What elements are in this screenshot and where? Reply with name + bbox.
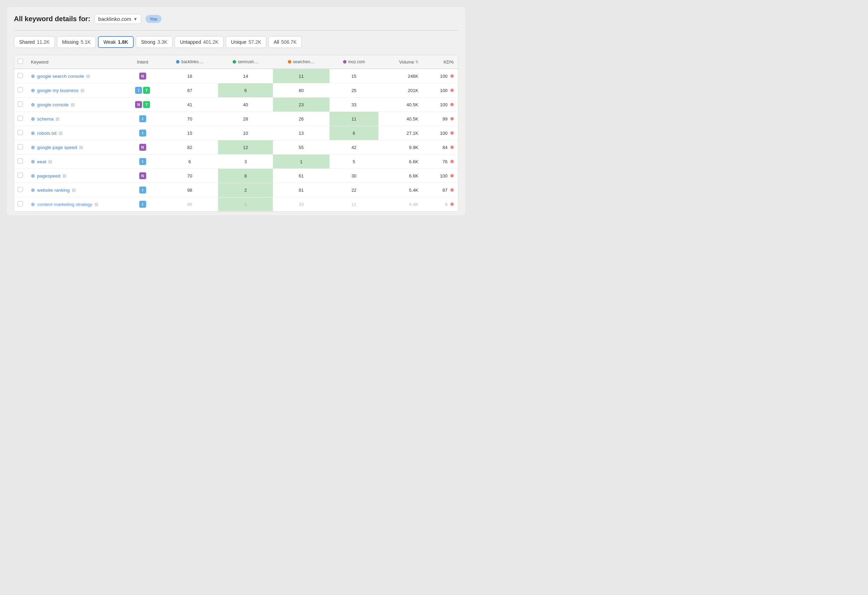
tab-untapped[interactable]: Untapped401.2K: [175, 36, 224, 48]
row-checkbox-cell: [14, 140, 27, 155]
backlinko-rank-cell: 6: [161, 155, 218, 169]
tab-missing[interactable]: Missing5.1K: [57, 36, 96, 48]
keyword-cell: ⊕ google console ▤: [27, 98, 124, 112]
semrush-rank-cell: 1: [218, 197, 273, 212]
header-checkbox-cell: [14, 55, 27, 69]
row-checkbox[interactable]: [18, 87, 23, 92]
keyword-link[interactable]: robots.txt: [37, 130, 57, 136]
keyword-link[interactable]: google page speed: [37, 145, 77, 150]
intent-cell: IT: [124, 83, 161, 98]
keyword-link[interactable]: eeat: [37, 159, 46, 164]
tab-shared[interactable]: Shared11.2K: [14, 36, 55, 48]
row-checkbox-cell: [14, 83, 27, 98]
intent-cell: N: [124, 69, 161, 83]
col-header-backlinko: backlinko....: [161, 55, 218, 69]
kd-cell: 100: [422, 169, 458, 183]
row-checkbox[interactable]: [18, 187, 23, 192]
searchengine-rank-cell: 11: [273, 69, 329, 83]
kd-value: 76: [443, 159, 447, 164]
intent-badge-I: I: [139, 201, 146, 208]
you-badge: You: [146, 15, 161, 23]
keyword-link[interactable]: google console: [37, 102, 69, 107]
table-row: ⊕ website ranking ▤ I98281225.4K87: [14, 183, 458, 197]
add-keyword-icon: ⊕: [31, 102, 35, 107]
moz-label: moz.com: [348, 59, 365, 64]
keyword-link[interactable]: content marketing strategy: [37, 202, 92, 207]
searchengine-rank-cell: 61: [273, 169, 329, 183]
row-checkbox[interactable]: [18, 201, 23, 206]
domain-selector[interactable]: backlinko.com ▼: [94, 14, 141, 24]
backlinko-rank-cell: 15: [161, 126, 218, 140]
backlinko-rank-cell: 45: [161, 197, 218, 212]
row-checkbox-cell: [14, 112, 27, 126]
volume-cell: 9.9K: [378, 140, 422, 155]
intent-cell: I: [124, 126, 161, 140]
col-header-volume[interactable]: Volume ⇅: [378, 55, 422, 69]
chevron-down-icon: ▼: [133, 17, 137, 22]
select-all-checkbox[interactable]: [18, 59, 23, 64]
intent-cell: N: [124, 140, 161, 155]
keyword-link[interactable]: google search console: [37, 74, 84, 79]
tab-weak[interactable]: Weak1.8K: [98, 36, 134, 48]
backlinko-rank-cell: 70: [161, 169, 218, 183]
tab-label-weak: Weak: [103, 39, 116, 45]
intent-badge-N: N: [139, 172, 146, 179]
semrush-rank-cell: 8: [218, 169, 273, 183]
table-row: ⊕ google my business ▤ IT8768025201K100: [14, 83, 458, 98]
volume-cell: 6.6K: [378, 155, 422, 169]
keyword-link[interactable]: website ranking: [37, 188, 70, 193]
moz-dot: [343, 60, 347, 64]
moz-rank-cell: 22: [329, 183, 378, 197]
row-checkbox[interactable]: [18, 73, 23, 78]
tab-unique[interactable]: Unique57.2K: [226, 36, 266, 48]
searchengine-dot: [288, 60, 291, 64]
kd-cell: 100: [422, 126, 458, 140]
tab-bar: Shared11.2KMissing5.1KWeak1.8KStrong3.3K…: [14, 36, 458, 48]
semrush-rank-cell: 28: [218, 112, 273, 126]
kd-value: 87: [443, 188, 447, 193]
moz-rank-cell: 11: [329, 197, 378, 212]
moz-rank-cell: 30: [329, 169, 378, 183]
keyword-link[interactable]: pagespeed: [37, 173, 61, 179]
keyword-cell: ⊕ eeat ▤: [27, 155, 124, 169]
keyword-link[interactable]: google my business: [37, 88, 78, 93]
intent-cell: I: [124, 155, 161, 169]
table-row: ⊕ schema ▤ I7028261140.5K99: [14, 112, 458, 126]
row-checkbox[interactable]: [18, 101, 23, 107]
searchengine-rank-cell: 55: [273, 140, 329, 155]
add-keyword-icon: ⊕: [31, 73, 35, 79]
keyword-cell: ⊕ pagespeed ▤: [27, 169, 124, 183]
tab-all[interactable]: All506.7K: [269, 36, 302, 48]
intent-cell: NT: [124, 98, 161, 112]
row-checkbox-cell: [14, 183, 27, 197]
serp-icon: ▤: [94, 202, 98, 207]
intent-badge-T: T: [143, 87, 150, 94]
moz-rank-cell: 25: [329, 83, 378, 98]
row-checkbox-cell: [14, 98, 27, 112]
table-row: ⊕ eeat ▤ I63156.6K76: [14, 155, 458, 169]
volume-cell: 4.4K: [378, 197, 422, 212]
add-keyword-icon: ⊕: [31, 130, 35, 136]
tab-count-missing: 5.1K: [81, 39, 91, 45]
row-checkbox[interactable]: [18, 158, 23, 164]
volume-cell: 6.6K: [378, 169, 422, 183]
table-row: ⊕ google page speed ▤ N821255429.9K84: [14, 140, 458, 155]
keyword-cell: ⊕ content marketing strategy ▤: [27, 197, 124, 212]
kd-dot: [450, 203, 454, 206]
kd-value: 100: [440, 130, 447, 136]
col-header-searchengine: searchen....: [273, 55, 329, 69]
semrush-rank-cell: 12: [218, 140, 273, 155]
intent-badge-I: I: [139, 158, 146, 165]
tab-strong[interactable]: Strong3.3K: [136, 36, 173, 48]
table-row: ⊕ content marketing strategy ▤ I45133114…: [14, 197, 458, 212]
searchengine-rank-cell: 80: [273, 83, 329, 98]
row-checkbox-cell: [14, 126, 27, 140]
row-checkbox[interactable]: [18, 115, 23, 121]
row-checkbox[interactable]: [18, 144, 23, 149]
intent-badge-I: I: [139, 130, 146, 136]
keyword-link[interactable]: schema: [37, 116, 53, 121]
table-header-row: Keyword Intent backlinko.... semrush....: [14, 55, 458, 69]
row-checkbox[interactable]: [18, 130, 23, 135]
row-checkbox[interactable]: [18, 173, 23, 178]
kd-dot: [450, 74, 454, 78]
